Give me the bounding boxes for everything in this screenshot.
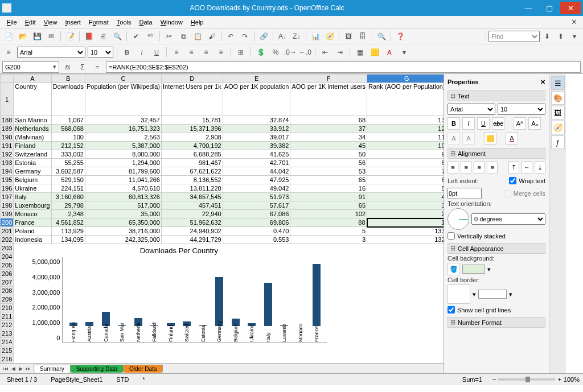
datasources-icon[interactable]: 🗄	[356, 30, 369, 43]
gridlines-checkbox[interactable]	[447, 306, 455, 313]
align-left-icon[interactable]: ≡	[170, 46, 183, 59]
find-up-icon[interactable]: ⬆	[555, 30, 567, 43]
preview-icon[interactable]: 🔍	[111, 30, 124, 43]
hyperlink-icon[interactable]: 🔗	[257, 30, 270, 43]
pdf-icon[interactable]: 📕	[83, 30, 95, 43]
percent-icon[interactable]: %	[269, 46, 282, 59]
row-header[interactable]: 191	[1, 142, 14, 150]
col-header-G[interactable]: G	[367, 75, 444, 83]
side-strike-icon[interactable]: abc	[492, 117, 504, 130]
cell[interactable]: 42.701	[223, 159, 290, 167]
cell[interactable]: Ukraine	[14, 184, 51, 193]
zoom-in-icon[interactable]: +	[557, 376, 561, 383]
decimal-remove-icon[interactable]: ←.0	[299, 46, 311, 59]
row-header[interactable]: 214	[1, 338, 14, 346]
cell[interactable]: 4,700,192	[161, 142, 223, 150]
cell[interactable]: 4,570,610	[85, 184, 161, 193]
cell[interactable]: 44.042	[223, 167, 290, 176]
side-italic-icon[interactable]: I	[462, 117, 475, 130]
indent-input[interactable]	[447, 188, 482, 199]
function-wizard-icon[interactable]: fx	[61, 61, 74, 73]
new-icon[interactable]: 📄	[2, 30, 15, 43]
cell[interactable]: Estonia	[14, 159, 51, 167]
cell[interactable]: 41.625	[223, 150, 290, 159]
row-header[interactable]: 204	[1, 253, 14, 261]
horizontal-scrollbar[interactable]	[166, 365, 441, 373]
collapse-icon[interactable]: ⊟	[450, 245, 455, 252]
find-down-icon[interactable]: ⬇	[541, 30, 553, 43]
font-name-select[interactable]: Arial	[17, 47, 85, 58]
tab-nav-last-icon[interactable]: ⏭	[24, 366, 31, 372]
spellcheck-icon[interactable]: ✔	[130, 30, 142, 43]
cell[interactable]: 529,150	[51, 176, 85, 184]
cell[interactable]: 88	[290, 218, 367, 227]
cell[interactable]: 5,387,000	[85, 142, 161, 150]
toolbar-chevron-icon[interactable]: ▾	[568, 30, 581, 43]
cell[interactable]: 33.912	[223, 125, 290, 133]
side-shadow-icon[interactable]: A	[447, 132, 460, 145]
cell[interactable]: 37	[290, 125, 367, 133]
row-header[interactable]: 212	[1, 321, 14, 329]
cell[interactable]: 3	[367, 201, 444, 210]
cell[interactable]: 1,294,000	[85, 159, 161, 167]
cell[interactable]: 60,813,326	[85, 193, 161, 201]
cell[interactable]: 4,561,852	[51, 218, 85, 227]
gallery-icon[interactable]: 🖼	[342, 30, 355, 43]
formula-input[interactable]: =RANK(E200;$E$2:$E$202)	[106, 61, 581, 73]
cell[interactable]: 34,657,545	[161, 193, 223, 201]
sidebar-fontsize-select[interactable]: 10	[498, 104, 545, 115]
sidetab-properties-icon[interactable]: ☰	[551, 76, 565, 90]
align-justify-icon[interactable]: ≡	[215, 46, 227, 59]
row-header[interactable]: 196	[1, 184, 14, 193]
cell[interactable]: 0.553	[223, 236, 290, 244]
edit-icon[interactable]: 📝	[64, 30, 76, 43]
col-header-D[interactable]: D	[161, 75, 223, 83]
cell[interactable]: Switzerland	[14, 150, 51, 159]
cell[interactable]: (Malvinas)	[14, 133, 51, 142]
fill-icon[interactable]: 🪣	[447, 263, 460, 275]
cell[interactable]: 0.470	[223, 227, 290, 236]
row-header[interactable]: 195	[1, 176, 14, 184]
cell[interactable]: Poland	[14, 227, 51, 236]
cell[interactable]: Italy	[14, 193, 51, 201]
cell[interactable]: 2	[367, 210, 444, 218]
col-header-C[interactable]: C	[85, 75, 161, 83]
cell[interactable]: 212,152	[51, 142, 85, 150]
cell[interactable]: 16,751,323	[85, 125, 161, 133]
menu-format[interactable]: Format	[85, 18, 112, 27]
wrap-text-checkbox[interactable]	[509, 177, 516, 184]
cell[interactable]: 134,095	[51, 236, 85, 244]
cell[interactable]: 32.874	[223, 116, 290, 125]
cell[interactable]: 9	[367, 150, 444, 159]
fontcolor-icon[interactable]: A	[383, 46, 396, 59]
row-header[interactable]: 208	[1, 287, 14, 295]
border-dropdown-icon[interactable]: ▾	[473, 291, 476, 298]
menu-view[interactable]: View	[40, 18, 61, 27]
cell[interactable]: San Marino	[14, 116, 51, 125]
cell[interactable]: 67.086	[223, 210, 290, 218]
cell[interactable]: 55,255	[51, 159, 85, 167]
header-cell[interactable]: AOO per 1K internet users	[290, 83, 367, 116]
navigator-icon[interactable]: 🧭	[323, 30, 336, 43]
row-header[interactable]: 200	[1, 218, 14, 227]
open-icon[interactable]: 📂	[17, 30, 29, 43]
col-header-E[interactable]: E	[223, 75, 290, 83]
tab-nav-first-icon[interactable]: ⏮	[2, 366, 9, 372]
sidebar-font-select[interactable]: Arial	[447, 104, 495, 115]
cell[interactable]: 51,962,632	[161, 218, 223, 227]
cell[interactable]: Germany	[14, 167, 51, 176]
side-fontcolor-icon[interactable]: A	[506, 132, 518, 145]
autospell-icon[interactable]: ᵃᵇ	[144, 30, 157, 43]
cell[interactable]: 44,291,729	[161, 236, 223, 244]
cell[interactable]: 29,788	[51, 201, 85, 210]
cell[interactable]: 51.973	[223, 193, 290, 201]
tab-supporting-data[interactable]: Supporting Data	[70, 365, 124, 373]
side-sub-icon[interactable]: Aₐ	[528, 117, 541, 130]
merge-cells-icon[interactable]: ⊞	[235, 46, 247, 59]
panel-close-icon[interactable]: ✕	[540, 79, 545, 86]
row-header[interactable]: 199	[1, 210, 14, 218]
font-size-select[interactable]: 10	[88, 47, 113, 58]
col-header-B[interactable]: B	[51, 75, 85, 83]
header-cell[interactable]: Downloads	[51, 83, 85, 116]
sum-icon[interactable]: Σ	[76, 61, 89, 73]
